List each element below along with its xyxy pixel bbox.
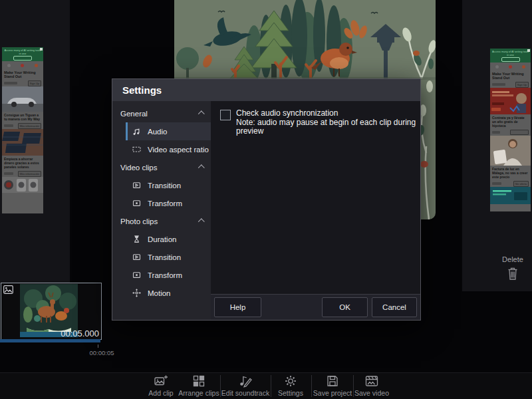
sidebar-item-transform-photo[interactable]: Transform <box>126 266 211 284</box>
item-label: Motion <box>148 289 171 297</box>
ok-button[interactable]: OK <box>322 297 368 317</box>
chevron-up-icon <box>198 164 205 171</box>
dialog-title: Settings <box>122 84 162 96</box>
cancel-button[interactable]: Cancel <box>372 297 417 317</box>
ad-cta-button: Sign Up <box>515 82 529 88</box>
toolbar-arrange-clips[interactable]: Arrange clips <box>176 374 222 397</box>
ad-photo-woman <box>490 136 531 166</box>
ad-banner-text: Access many of AI writing tools in one <box>4 49 41 55</box>
app-dot-icon <box>495 65 499 68</box>
toolbar-label: Save project <box>313 389 352 397</box>
delete-label: Delete <box>494 255 531 263</box>
clapperboard-icon <box>364 374 379 388</box>
sidebar-item-duration[interactable]: Duration <box>126 230 211 248</box>
ad-headline: Make Your Writing Stand Out <box>2 69 43 80</box>
transition-icon <box>132 181 141 190</box>
transform-icon <box>132 271 141 279</box>
arrange-clips-icon <box>192 374 205 388</box>
dialog-titlebar: Settings <box>112 79 420 101</box>
toolbar-settings[interactable]: Settings <box>274 374 307 397</box>
settings-content: Check audio synchronization Note: audio … <box>211 101 420 320</box>
audio-sync-checkbox[interactable] <box>220 110 231 120</box>
ad-source-text <box>492 83 505 86</box>
sidebar-item-transition-video[interactable]: Transition <box>126 176 211 194</box>
item-label: Video aspect ratio <box>148 146 209 154</box>
sidebar-section-general[interactable]: General <box>112 104 211 122</box>
section-label: Video clips <box>120 164 157 172</box>
edit-soundtrack-icon <box>238 374 253 388</box>
toolbar-label: Arrange clips <box>178 389 219 397</box>
ad-photo-car <box>2 86 43 112</box>
trash-icon <box>507 267 519 281</box>
settings-sidebar: General Audio Video aspect ratio Video c… <box>112 101 211 320</box>
ad-banner: Access many of AI writing tools in one <box>2 47 43 61</box>
ad-banner-button <box>501 57 520 62</box>
ad-banner-button <box>13 56 32 61</box>
ad-cta-button: Más información <box>18 123 41 129</box>
ad-source-text <box>492 131 500 134</box>
section-label: General <box>120 110 148 118</box>
gear-icon <box>284 374 297 388</box>
app-dot-icon <box>21 64 24 67</box>
sidebar-item-transition-photo[interactable]: Transition <box>126 248 211 266</box>
floppy-icon <box>326 374 339 388</box>
toolbar-label: Add clip <box>148 389 173 397</box>
app-dot-icon <box>7 64 11 67</box>
item-label: Transform <box>148 200 182 207</box>
ad-photo-appliances <box>2 177 43 193</box>
ad-cta-button: Sign Up <box>28 80 41 86</box>
checkbox-label[interactable]: Check audio synchronization <box>236 109 420 118</box>
toolbar-label: Settings <box>278 389 303 397</box>
ad-byline: Más información <box>2 122 43 129</box>
image-icon <box>3 285 13 294</box>
item-label: Duration <box>148 235 176 243</box>
ad-byline: Sign Up <box>2 80 43 86</box>
right-ad-thumbnail: Access many of AI writing tools in one M… <box>490 49 531 211</box>
add-clip-icon <box>154 374 168 388</box>
ad-byline: Sign Up <box>490 81 531 88</box>
ad-banner: Access many of AI writing tools in one <box>490 49 531 63</box>
section-label: Photo clips <box>120 217 158 225</box>
item-label: Transition <box>148 253 181 261</box>
close-icon <box>40 48 43 51</box>
ad-source-text <box>4 172 13 175</box>
sidebar-item-audio[interactable]: Audio <box>126 122 211 140</box>
toolbar-divider <box>271 375 271 397</box>
sidebar-section-photo-clips[interactable]: Photo clips <box>112 212 211 230</box>
ad-icon-row <box>490 63 531 70</box>
timeline-progress-bar[interactable] <box>0 339 100 342</box>
chevron-up-icon <box>198 110 205 117</box>
ad-cta-button: Ver oferta <box>513 181 529 187</box>
toolbar-add-clip[interactable]: Add clip <box>144 374 178 397</box>
delete-button[interactable]: Delete <box>494 255 531 282</box>
ad-photo-footer <box>490 187 531 204</box>
help-button[interactable]: Help <box>214 297 261 317</box>
ad-source-text <box>4 124 13 127</box>
timeline-clip[interactable]: 00:05.000 <box>1 283 102 340</box>
app-dot-icon <box>522 65 525 68</box>
ad-headline: Empieza a ahorrar dinero gracias a estos… <box>2 156 43 170</box>
sidebar-section-video-clips[interactable]: Video clips <box>112 158 211 176</box>
chevron-up-icon <box>198 218 205 225</box>
ad-source-text <box>492 182 501 185</box>
ad-photo-promo <box>490 88 531 114</box>
toolbar-save-project[interactable]: Save project <box>311 374 354 397</box>
sidebar-item-video-aspect-ratio[interactable]: Video aspect ratio <box>126 140 211 158</box>
item-label: Transition <box>148 182 181 190</box>
audio-sync-setting: Check audio synchronization Note: audio … <box>220 109 420 136</box>
sidebar-item-motion[interactable]: Motion <box>126 284 211 302</box>
ad-cta-button: Más información <box>18 171 41 177</box>
toolbar-edit-soundtrack[interactable]: Edit soundtrack <box>218 374 273 397</box>
toolbar-save-video[interactable]: Save video <box>352 374 391 397</box>
ad-headline: Contrata ya y llévate un año gratis de h… <box>490 114 531 129</box>
aspect-ratio-icon <box>132 145 141 154</box>
checkbox-note: Note: audio may pause at begin of each c… <box>236 118 420 136</box>
ad-banner-text: Access many of AI writing tools in one <box>492 50 529 57</box>
ad-cta-button <box>510 130 529 135</box>
ad-headline: Factura de luz en Málaga, no vas a creer… <box>490 166 531 180</box>
sidebar-item-transform-video[interactable]: Transform <box>126 194 211 212</box>
hourglass-icon <box>132 235 141 243</box>
left-ad-thumbnail: Access many of AI writing tools in one M… <box>2 47 43 213</box>
music-note-icon <box>132 127 141 136</box>
dialog-button-bar: Help OK Cancel <box>211 294 420 320</box>
